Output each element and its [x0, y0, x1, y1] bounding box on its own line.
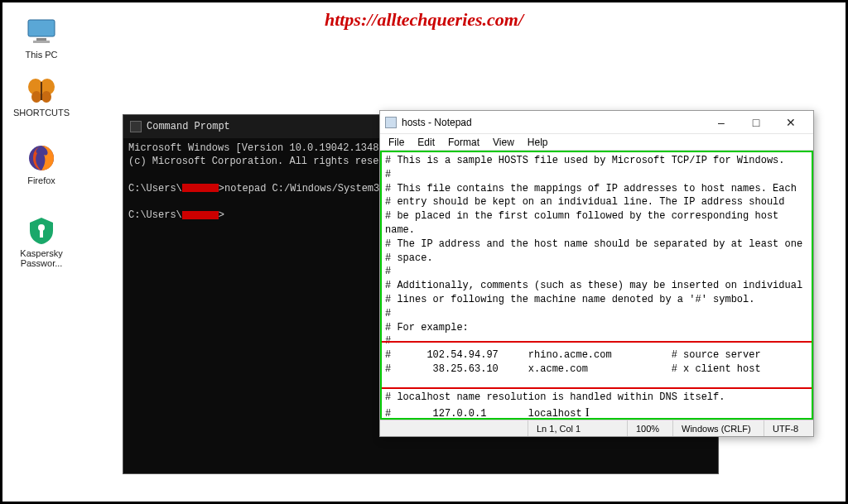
- notepad-menubar: File Edit Format View Help: [380, 134, 813, 151]
- cmd-line: Microsoft Windows [Version 10.0.19042.13…: [128, 142, 385, 154]
- cmd-line: (c) Microsoft Corporation. All rights re…: [128, 156, 408, 167]
- cmd-args: >: [219, 209, 224, 221]
- hosts-text: # This is a sample HOSTS file used by Mi…: [385, 155, 802, 375]
- monitor-icon: [25, 17, 58, 47]
- desktop-label: Kaspersky Passwor...: [20, 248, 62, 268]
- desktop-icon-firefox[interactable]: Firefox: [12, 143, 70, 185]
- desktop-label: This PC: [25, 50, 57, 60]
- close-button[interactable]: ✕: [773, 112, 808, 133]
- menu-file[interactable]: File: [383, 136, 409, 149]
- hosts-localhost: # localhost name resolution is handled w…: [385, 391, 725, 420]
- notepad-titlebar[interactable]: hosts - Notepad – □ ✕: [380, 111, 813, 134]
- svg-rect-7: [41, 82, 42, 100]
- menu-help[interactable]: Help: [523, 136, 553, 149]
- notepad-title: hosts - Notepad: [402, 117, 472, 128]
- cmd-prompt: C:\Users\: [128, 183, 182, 194]
- key-icon: [25, 216, 58, 246]
- text-cursor-icon: I: [585, 404, 590, 420]
- notepad-window: hosts - Notepad – □ ✕ File Edit Format V…: [379, 110, 814, 437]
- menu-view[interactable]: View: [488, 136, 519, 149]
- status-line-col: Ln 1, Col 1: [528, 420, 627, 436]
- minimize-button[interactable]: –: [704, 112, 739, 133]
- butterfly-icon: [25, 75, 58, 105]
- svg-rect-1: [36, 38, 46, 41]
- svg-rect-10: [40, 229, 43, 238]
- status-encoding: UTF-8: [764, 420, 813, 436]
- notepad-editor[interactable]: # This is a sample HOSTS file used by Mi…: [380, 151, 813, 420]
- notepad-statusbar: Ln 1, Col 1 100% Windows (CRLF) UTF-8: [380, 420, 813, 436]
- cmd-icon: [130, 121, 142, 132]
- svg-point-6: [41, 91, 51, 103]
- firefox-icon: [25, 143, 58, 173]
- cmd-title: Command Prompt: [147, 121, 230, 132]
- menu-edit[interactable]: Edit: [412, 136, 440, 149]
- desktop-icon-this-pc[interactable]: This PC: [12, 17, 70, 60]
- cmd-prompt: C:\Users\: [128, 209, 182, 221]
- desktop-icon-kaspersky[interactable]: Kaspersky Passwor...: [12, 216, 70, 268]
- desktop-icon-shortcuts[interactable]: SHORTCUTS: [12, 75, 70, 118]
- desktop-label: Firefox: [27, 175, 55, 185]
- svg-rect-2: [33, 41, 50, 43]
- maximize-button[interactable]: □: [739, 112, 773, 133]
- status-eol: Windows (CRLF): [672, 420, 764, 436]
- status-zoom: 100%: [627, 420, 672, 436]
- notepad-icon: [385, 117, 397, 128]
- desktop-label: SHORTCUTS: [13, 108, 70, 118]
- header-url: https://alltechqueries.com/: [325, 9, 523, 31]
- svg-rect-0: [28, 20, 55, 36]
- svg-point-5: [31, 91, 41, 103]
- menu-format[interactable]: Format: [443, 136, 484, 149]
- redacted-username: [182, 211, 219, 219]
- redacted-username: [182, 184, 219, 192]
